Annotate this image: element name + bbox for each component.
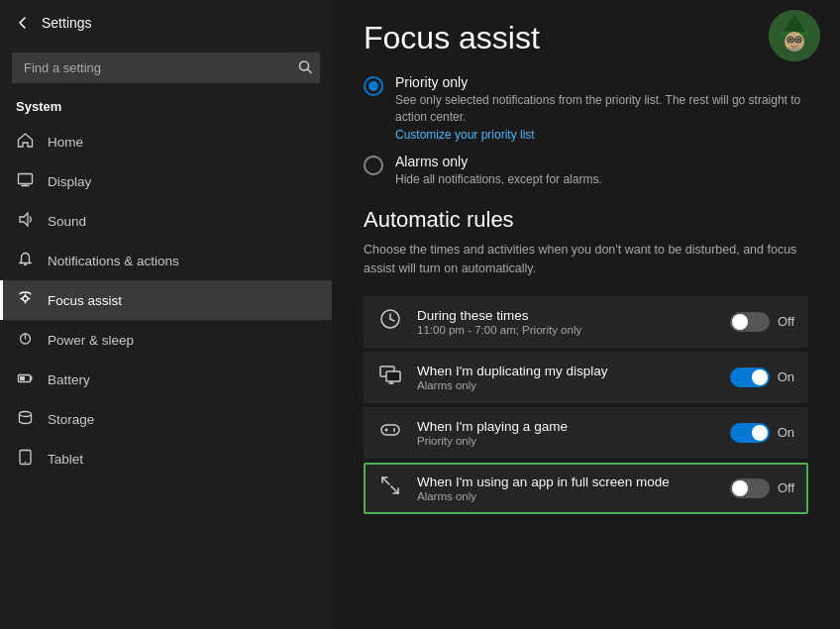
rule-duplicating-display[interactable]: When I'm duplicating my display Alarms o… [364,352,808,403]
sidebar-item-focus-label: Focus assist [48,293,122,308]
home-icon [16,132,34,152]
toggle-game-group: On [730,423,794,443]
svg-line-38 [391,486,398,493]
toggle-duplicating[interactable] [730,367,770,387]
main-content: Focus assist Priority only See only sele… [332,0,840,629]
sidebar-item-notifications[interactable]: Notifications & actions [0,241,332,280]
svg-point-12 [19,412,31,417]
toggle-during-times-group: Off [730,312,794,332]
svg-marker-5 [20,213,28,226]
sidebar-item-power[interactable]: Power & sleep [0,320,332,360]
svg-point-36 [393,430,395,432]
rule-fullscreen-sublabel: Alarms only [417,490,716,502]
sidebar-item-display[interactable]: Display [0,161,332,201]
svg-point-24 [793,42,796,44]
titlebar-title: Settings [42,15,92,31]
tablet-icon [16,449,34,469]
priority-only-radio[interactable] [364,76,383,96]
svg-point-35 [393,428,395,430]
notifications-icon [16,251,34,270]
sidebar-item-sound[interactable]: Sound [0,201,332,241]
priority-only-label: Priority only [395,74,808,90]
alarms-only-desc: Hide all notifications, except for alarm… [395,171,602,188]
alarms-only-radio[interactable] [364,156,383,175]
sidebar: Settings System Home Display [0,0,332,629]
titlebar: Settings [0,0,332,45]
storage-icon [16,409,34,429]
display-icon [16,171,34,191]
sidebar-item-home[interactable]: Home [0,122,332,161]
svg-rect-29 [386,371,400,381]
toggle-fullscreen[interactable] [730,478,770,498]
power-icon [16,330,34,350]
rule-fullscreen-label: When I'm using an app in full screen mod… [417,474,716,489]
rule-during-times-sublabel: 11:00 pm - 7:00 am; Priority only [417,324,716,336]
focus-icon [16,290,34,310]
sidebar-item-display-label: Display [48,174,91,189]
sidebar-item-tablet-label: Tablet [48,452,83,467]
clock-icon [377,308,403,335]
sidebar-item-notifications-label: Notifications & actions [48,254,179,268]
sidebar-item-battery[interactable]: Battery [0,360,332,399]
toggle-duplicating-label: On [778,369,794,384]
fullscreen-icon [377,474,403,501]
alarms-only-label: Alarms only [395,154,602,169]
sidebar-item-focus[interactable]: Focus assist [0,280,332,320]
search-icon[interactable] [298,59,312,76]
search-input[interactable] [12,52,320,83]
avatar [769,10,820,61]
rule-game-sublabel: Priority only [417,435,716,447]
svg-point-19 [789,39,792,42]
priority-only-option[interactable]: Priority only See only selected notifica… [364,74,808,142]
svg-point-20 [797,39,800,42]
rule-during-times-label: During these times [417,308,716,323]
sidebar-item-battery-label: Battery [48,372,90,387]
toggle-fullscreen-group: Off [730,478,794,498]
page-title: Focus assist [364,20,808,56]
svg-line-27 [390,319,394,321]
gamepad-icon [377,419,403,446]
sidebar-item-tablet[interactable]: Tablet [0,439,332,478]
alarms-only-option[interactable]: Alarms only Hide all notifications, exce… [364,154,808,188]
sidebar-item-sound-label: Sound [48,214,86,229]
sidebar-item-power-label: Power & sleep [48,333,134,348]
sound-icon [16,211,34,231]
automatic-rules-desc: Choose the times and activities when you… [364,241,808,278]
toggle-game[interactable] [730,423,770,443]
battery-icon [16,369,34,389]
system-label: System [0,95,332,122]
duplicate-display-icon [377,364,403,390]
sidebar-item-storage[interactable]: Storage [0,399,332,439]
toggle-game-label: On [778,425,794,440]
priority-only-desc: See only selected notifications from the… [395,92,808,126]
rule-duplicating-sublabel: Alarms only [417,379,716,391]
svg-line-1 [308,69,312,73]
rule-game-label: When I'm playing a game [417,419,716,434]
toggle-during-times-label: Off [778,314,794,329]
svg-rect-32 [381,425,399,435]
priority-list-link[interactable]: Customize your priority list [395,128,808,142]
rule-playing-game[interactable]: When I'm playing a game Priority only On [364,407,808,459]
toggle-during-times[interactable] [730,312,770,332]
search-box [12,52,320,83]
rule-duplicating-label: When I'm duplicating my display [417,364,716,378]
sidebar-item-storage-label: Storage [48,412,94,427]
toggle-duplicating-group: On [730,367,794,387]
svg-rect-2 [18,174,32,184]
svg-point-6 [23,296,28,301]
svg-line-37 [382,477,389,484]
svg-point-14 [24,462,26,464]
toggle-fullscreen-label: Off [778,480,794,495]
rule-fullscreen[interactable]: When I'm using an app in full screen mod… [364,463,808,514]
svg-rect-11 [20,376,25,380]
automatic-rules-title: Automatic rules [364,207,808,233]
sidebar-item-home-label: Home [48,135,83,150]
back-button[interactable] [16,16,30,30]
rule-during-times[interactable]: During these times 11:00 pm - 7:00 am; P… [364,296,808,348]
